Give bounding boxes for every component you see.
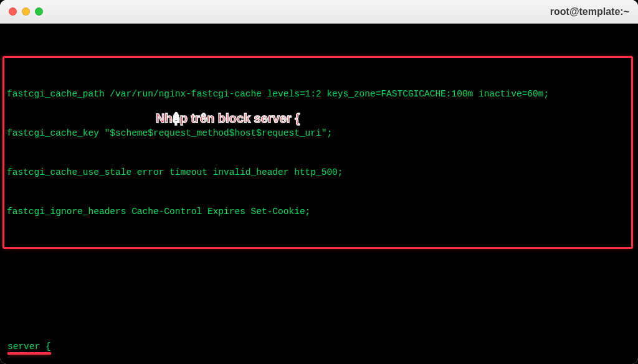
terminal-window: root@template:~ fastcgi_cache_path /var/… bbox=[0, 0, 638, 364]
close-icon[interactable] bbox=[9, 7, 17, 16]
terminal-content[interactable]: fastcgi_cache_path /var/run/nginx-fastcg… bbox=[0, 24, 638, 364]
titlebar: root@template:~ bbox=[0, 0, 638, 24]
config-line: fastcgi_cache_use_stale error timeout in… bbox=[4, 166, 629, 179]
server-block-line: server { bbox=[5, 340, 638, 353]
blank-line bbox=[5, 288, 638, 301]
config-line: fastcgi_cache_path /var/run/nginx-fastcg… bbox=[4, 88, 629, 101]
highlighted-config-block: fastcgi_cache_path /var/run/nginx-fastcg… bbox=[2, 56, 633, 249]
config-line: fastcgi_ignore_headers Cache-Control Exp… bbox=[4, 205, 629, 218]
traffic-lights bbox=[9, 7, 43, 16]
minimize-icon[interactable] bbox=[22, 7, 30, 16]
maximize-icon[interactable] bbox=[35, 7, 43, 16]
server-underline: server { bbox=[7, 342, 51, 355]
window-title: root@template:~ bbox=[550, 6, 629, 17]
config-line: fastcgi_cache_key "$scheme$request_metho… bbox=[4, 127, 629, 140]
